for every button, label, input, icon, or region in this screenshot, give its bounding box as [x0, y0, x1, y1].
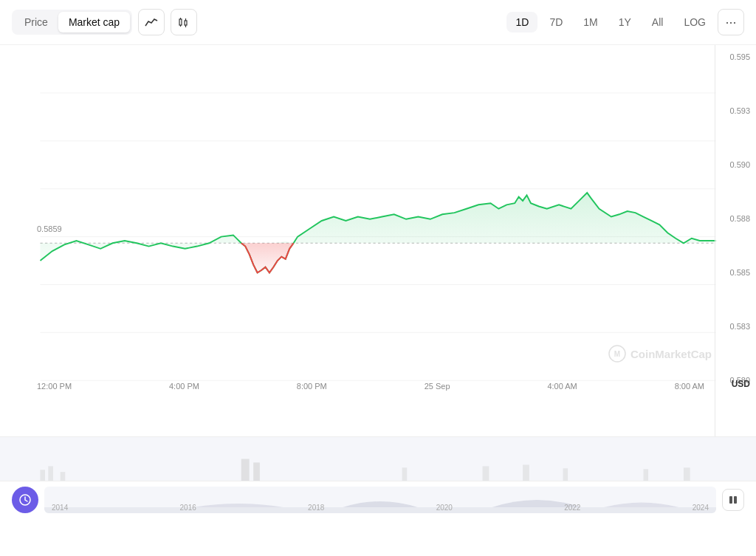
x-label-2: 4:00 PM	[169, 382, 199, 391]
svg-rect-0	[179, 19, 182, 25]
watermark-text: CoinMarketCap	[630, 348, 712, 360]
bottom-nav: 2014 2016 2018 2020 2022 2024	[0, 481, 756, 518]
tab-price[interactable]: Price	[14, 12, 58, 32]
svg-rect-20	[241, 459, 250, 481]
svg-rect-23	[483, 466, 489, 481]
period-1m[interactable]: 1M	[574, 12, 606, 32]
svg-rect-17	[40, 470, 45, 481]
y-axis-divider	[715, 45, 715, 436]
year-2022: 2022	[564, 504, 580, 512]
period-1y[interactable]: 1Y	[610, 12, 640, 32]
svg-rect-22	[402, 467, 408, 481]
svg-text:M: M	[614, 350, 620, 358]
year-2020: 2020	[436, 504, 453, 512]
chart-area: 0.5859 0.595 0.593 0.590 0.588 0.585 0.5…	[0, 45, 756, 436]
chart-wrapper: 0.5859 0.595 0.593 0.590 0.588 0.585 0.5…	[0, 45, 756, 481]
svg-rect-6	[0, 45, 756, 325]
period-all[interactable]: All	[643, 12, 673, 32]
view-tab-group: Price Market cap	[12, 10, 132, 35]
svg-rect-21	[253, 462, 260, 481]
x-label-1: 12:00 PM	[37, 382, 72, 391]
timeline-labels: 2014 2016 2018 2020 2022 2024	[44, 504, 716, 512]
y-label-1: 0.595	[729, 52, 750, 61]
y-label-5: 0.585	[729, 268, 750, 277]
watermark: M CoinMarketCap	[608, 345, 712, 363]
svg-rect-3	[185, 21, 187, 25]
log-button[interactable]: LOG	[675, 12, 715, 32]
svg-rect-24	[523, 464, 529, 481]
line-icon	[145, 16, 158, 29]
left-controls: Price Market cap	[12, 9, 197, 35]
x-label-6: 8:00 AM	[675, 382, 704, 391]
line-chart-button[interactable]	[138, 9, 165, 35]
y-label-3: 0.590	[729, 160, 750, 169]
period-1d[interactable]: 1D	[506, 12, 537, 32]
y-label-6: 0.583	[729, 322, 750, 331]
green-area-fill	[40, 193, 715, 269]
svg-rect-25	[563, 468, 568, 481]
x-label-3: 8:00 PM	[297, 382, 327, 391]
svg-rect-27	[684, 467, 690, 481]
history-icon	[18, 493, 32, 507]
period-7d[interactable]: 7D	[540, 12, 571, 32]
volume-bar-area	[0, 436, 756, 481]
cmc-logo: M	[608, 345, 626, 363]
y-label-2: 0.593	[729, 106, 750, 115]
year-2016: 2016	[180, 504, 196, 512]
volume-chart	[0, 437, 756, 481]
toolbar: Price Market cap 1D 7D 1M 1Y All LOG ···	[0, 0, 756, 45]
svg-rect-26	[643, 469, 648, 481]
pause-icon	[728, 495, 738, 505]
year-2014: 2014	[52, 504, 68, 512]
x-label-5: 4:00 AM	[547, 382, 577, 391]
price-chart	[0, 45, 756, 436]
y-label-4: 0.588	[729, 214, 750, 223]
history-button[interactable]	[12, 487, 38, 513]
year-2018: 2018	[308, 504, 324, 512]
tab-market-cap[interactable]: Market cap	[58, 12, 130, 32]
x-label-4: 25 Sep	[425, 382, 450, 391]
svg-rect-18	[48, 466, 53, 481]
svg-rect-30	[729, 496, 732, 504]
right-controls: 1D 7D 1M 1Y All LOG ···	[506, 9, 744, 35]
x-axis-labels: 12:00 PM 4:00 PM 8:00 PM 25 Sep 4:00 AM …	[37, 382, 704, 391]
timeline-strip[interactable]: 2014 2016 2018 2020 2022 2024	[44, 487, 716, 513]
y-axis-labels: 0.595 0.593 0.590 0.588 0.585 0.583 0.58…	[729, 45, 750, 392]
reference-value-label: 0.5859	[37, 224, 62, 233]
year-2024: 2024	[693, 504, 709, 512]
svg-rect-19	[61, 472, 66, 481]
svg-rect-31	[734, 496, 737, 504]
candle-icon	[177, 16, 190, 29]
more-button[interactable]: ···	[718, 9, 744, 35]
currency-label: USD	[732, 379, 750, 389]
candle-chart-button[interactable]	[171, 9, 197, 35]
pause-button[interactable]	[722, 489, 744, 511]
